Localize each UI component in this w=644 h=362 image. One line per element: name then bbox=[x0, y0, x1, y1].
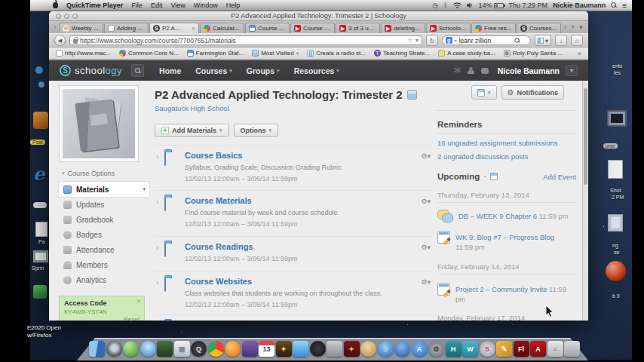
desktop-label[interactable]: Sprin bbox=[32, 265, 44, 271]
dock-icon-messages[interactable] bbox=[293, 341, 308, 357]
dock-icon-word[interactable]: W bbox=[462, 341, 478, 357]
search-input[interactable] bbox=[459, 37, 512, 44]
tab-scroll-left-icon[interactable]: ‹ bbox=[52, 23, 59, 31]
dock-icon-adobe-reader[interactable]: A bbox=[530, 341, 546, 357]
desktop-label[interactable]: urse bbox=[603, 143, 618, 149]
tab-deleting[interactable]: ▶deleting... bbox=[381, 23, 425, 33]
gear-menu-icon[interactable]: ⚙▾ bbox=[421, 198, 431, 205]
desktop-label[interactable]: 2 PM bbox=[612, 195, 624, 200]
desktop-label[interactable]: ng bbox=[612, 243, 618, 248]
dock-icon-trash[interactable] bbox=[564, 341, 580, 357]
tab-adding[interactable]: Adding ... bbox=[104, 23, 149, 33]
bookmark-item[interactable]: A case study-ba... bbox=[438, 50, 495, 57]
apple-menu-icon[interactable] bbox=[53, 2, 58, 8]
gear-menu-icon[interactable]: ⚙▾ bbox=[421, 278, 431, 286]
battery-indicator[interactable]: 14% bbox=[479, 2, 504, 9]
dock-icon-safari[interactable] bbox=[140, 341, 156, 357]
notifications-button[interactable]: ⚙Notifications bbox=[501, 85, 564, 100]
dock-icon-photo-booth[interactable] bbox=[310, 341, 326, 357]
bookmark-item[interactable]: Farmington Staf... bbox=[187, 50, 244, 57]
dock-icon-flash[interactable]: Fl bbox=[514, 341, 529, 357]
menu-window[interactable]: Window bbox=[194, 2, 218, 9]
desktop-label[interactable]: Shot bbox=[610, 188, 621, 193]
add-materials-button[interactable]: +Add Materials▾ bbox=[155, 124, 229, 137]
sidebar-item-badges[interactable]: Badges bbox=[59, 227, 149, 242]
dock-icon-skitch[interactable]: S bbox=[480, 341, 495, 357]
expand-icon[interactable]: › bbox=[156, 244, 158, 252]
event-link[interactable]: DB – WEEK 9 Chapter 6 bbox=[458, 212, 537, 220]
folder-title[interactable]: Course Basics bbox=[185, 151, 411, 160]
bookmark-star-icon[interactable]: ☆ bbox=[408, 37, 413, 44]
dock-icon-chrome[interactable] bbox=[208, 341, 224, 357]
address-bar[interactable]: https://www.schoology.com/course/7700765… bbox=[69, 35, 422, 45]
tab-course-1[interactable]: Course ... bbox=[245, 23, 290, 33]
bookmarks-overflow-icon[interactable]: » bbox=[578, 50, 581, 57]
tab-weebly[interactable]: WWeebly ... bbox=[59, 23, 103, 33]
expand-icon[interactable]: › bbox=[156, 278, 158, 287]
sidebar-item-analytics[interactable]: Analytics bbox=[59, 272, 149, 287]
menu-view[interactable]: View bbox=[170, 2, 185, 9]
spotlight-search-icon[interactable] bbox=[611, 2, 617, 8]
bluetooth-icon[interactable]: ᛒ bbox=[443, 2, 447, 9]
dock-icon-camera[interactable] bbox=[327, 341, 342, 357]
search-go-icon[interactable] bbox=[514, 38, 520, 43]
sidebar-item-attendance[interactable]: Attendance bbox=[59, 242, 149, 257]
notification-center-icon[interactable]: ≡ bbox=[622, 2, 626, 10]
desktop-icon-fragment[interactable] bbox=[35, 222, 48, 237]
desktop-icon-fragment[interactable] bbox=[33, 285, 47, 299]
dock-icon-quicktime[interactable]: Q bbox=[191, 341, 207, 357]
dock-icon-handbrake[interactable]: H bbox=[446, 341, 462, 357]
dock-icon-contacts[interactable] bbox=[242, 341, 258, 357]
dock-icon-textedit[interactable]: ≡ bbox=[547, 341, 563, 357]
close-tab-icon[interactable]: × bbox=[192, 26, 195, 32]
desktop-icon-fragment[interactable] bbox=[608, 160, 623, 179]
gear-menu-icon[interactable]: ⚙▾ bbox=[421, 244, 431, 251]
calendar-icon[interactable] bbox=[490, 173, 498, 180]
desktop-icon-fragment[interactable] bbox=[608, 214, 623, 232]
window-titlebar[interactable]: P2 Advanced Applied Technology: Trimeste… bbox=[49, 11, 588, 21]
dock-icon-terminal[interactable] bbox=[157, 341, 173, 357]
dock-icon-itunes[interactable]: ♫ bbox=[378, 341, 394, 357]
expand-icon[interactable]: › bbox=[156, 198, 158, 206]
sidebar-item-materials[interactable]: Materials▾ bbox=[59, 182, 149, 197]
desktop-icon-fragment[interactable] bbox=[33, 250, 48, 262]
menu-edit[interactable]: Edit bbox=[151, 2, 163, 9]
reminder-link[interactable]: 16 ungraded assignment submissions bbox=[437, 139, 576, 147]
sidebar-item-members[interactable]: Members bbox=[59, 257, 149, 272]
tab-course-2[interactable]: ▶Course ... bbox=[290, 23, 335, 33]
bookmark-item[interactable]: http://www.mac... bbox=[56, 50, 111, 57]
time-machine-icon[interactable]: ◷ bbox=[432, 2, 438, 9]
page-scrollbar[interactable] bbox=[582, 81, 588, 321]
desktop-label[interactable]: Pa bbox=[38, 239, 45, 244]
back-button[interactable]: ◀ bbox=[54, 35, 66, 46]
dock-icon-wand[interactable]: ✦ bbox=[276, 341, 292, 357]
event-link[interactable]: Project 2 – Community Invite bbox=[455, 285, 547, 293]
menu-help[interactable]: Help bbox=[226, 2, 241, 9]
tab-scroll-right-icon[interactable]: › bbox=[562, 23, 569, 31]
connections-icon[interactable] bbox=[468, 67, 474, 74]
bookmark-item[interactable]: Common Core N... bbox=[119, 50, 179, 57]
account-name[interactable]: Nicole Baumann bbox=[498, 66, 560, 75]
bookmark-item[interactable]: ((Create a radio st... bbox=[307, 50, 366, 57]
dock-icon-green-app[interactable] bbox=[123, 341, 139, 357]
tab-p2-active[interactable]: SP2 A...× bbox=[149, 23, 199, 33]
nav-home[interactable]: Home bbox=[159, 66, 181, 75]
dock-icon-iphoto[interactable] bbox=[360, 341, 376, 357]
tab-courses[interactable]: SCourses... bbox=[517, 23, 561, 33]
folder-title[interactable]: Course Readings bbox=[185, 242, 411, 251]
dock-icon-firefox[interactable] bbox=[225, 341, 241, 357]
tab-calculat[interactable]: Calculat... bbox=[200, 23, 244, 33]
course-info-icon[interactable] bbox=[407, 90, 417, 100]
app-menu-title[interactable]: QuickTime Player bbox=[66, 2, 123, 9]
bookmark-folder-most-visited[interactable]: Most Visited▾ bbox=[252, 50, 299, 57]
options-button[interactable]: Options▾ bbox=[234, 124, 279, 137]
nav-courses[interactable]: Courses▾ bbox=[195, 66, 232, 75]
home-button[interactable]: ⌂ bbox=[571, 35, 583, 46]
reload-button[interactable]: ↻ bbox=[426, 35, 438, 46]
header-search-button[interactable] bbox=[131, 64, 144, 77]
volume-icon[interactable] bbox=[467, 2, 474, 8]
reminder-link[interactable]: 2 ungraded discussion posts bbox=[437, 152, 576, 161]
list-all-tabs-icon[interactable]: ▾ bbox=[577, 23, 585, 31]
menu-clock[interactable]: Thu 7:29 PM bbox=[509, 2, 548, 9]
dock-icon-system-preferences[interactable]: ⚙ bbox=[428, 341, 444, 357]
